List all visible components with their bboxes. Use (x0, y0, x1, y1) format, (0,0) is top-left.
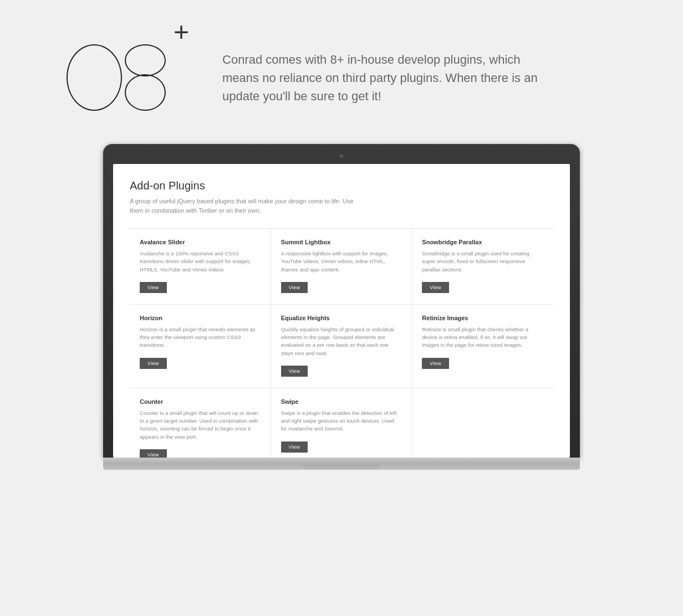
laptop-body: Add-on Plugins A group of useful jQuery … (103, 144, 580, 458)
laptop: Add-on Plugins A group of useful jQuery … (103, 144, 580, 470)
plugin-description: A responsive lightbox with support for i… (281, 250, 402, 274)
view-plugin-button[interactable]: View (281, 366, 308, 377)
plugin-description: Snowbridge is a small plugin used for cr… (422, 250, 543, 274)
plugin-name: Avalance Slider (140, 239, 261, 245)
laptop-notch (303, 464, 380, 470)
eight-top (125, 44, 166, 76)
plugin-name: Horizon (140, 315, 261, 321)
plugin-description: Counter is a small plugin that will coun… (140, 409, 261, 441)
plugin-name: Counter (140, 398, 261, 405)
plugin-description: Horizon is a small plugin that reveals e… (140, 326, 261, 350)
plugin-name: Equalize Heights (281, 315, 402, 321)
plugin-card: CounterCounter is a small plugin that wi… (130, 388, 271, 458)
feature-description: Conrad comes with 8+ in-house develop pl… (222, 50, 555, 105)
plugin-card: Summit LightboxA responsive lightbox wit… (271, 229, 412, 305)
eight-shape (125, 44, 169, 111)
big-number-display: + (67, 44, 189, 111)
laptop-wrapper: Add-on Plugins A group of useful jQuery … (0, 144, 683, 470)
view-plugin-button[interactable]: View (281, 282, 308, 293)
plugin-description: Swipe is a plugin that enables the detec… (281, 409, 402, 433)
plugin-name: Summit Lightbox (281, 239, 402, 245)
plus-sign: + (174, 17, 189, 47)
view-plugin-button[interactable]: View (422, 358, 449, 369)
addon-subtitle: A group of useful jQuery based plugins t… (130, 197, 363, 215)
zero-shape (67, 44, 122, 111)
top-section: + Conrad comes with 8+ in-house develop … (0, 0, 683, 144)
plugin-card: Snowbridge ParallaxSnowbridge is a small… (412, 229, 553, 305)
laptop-base (103, 458, 580, 470)
plugin-description: Avalanche is a 100% reponsive and CSS3 t… (140, 250, 261, 274)
view-plugin-button[interactable]: View (422, 282, 449, 293)
plugin-name: Snowbridge Parallax (422, 239, 543, 245)
plugin-name: Retinize Images (422, 315, 543, 321)
plugin-name: Swipe (281, 398, 402, 405)
view-plugin-button[interactable]: View (140, 282, 167, 293)
view-plugin-button[interactable]: View (140, 358, 167, 369)
screen-content: Add-on Plugins A group of useful jQuery … (113, 164, 570, 458)
plugin-card: HorizonHorizon is a small plugin that re… (130, 305, 271, 388)
view-plugin-button[interactable]: View (140, 449, 167, 458)
plugins-grid: Avalance SliderAvalanche is a 100% repon… (130, 228, 553, 458)
view-plugin-button[interactable]: View (281, 442, 308, 453)
eight-bottom (125, 74, 166, 111)
camera-dot (339, 154, 344, 158)
plugin-card: Avalance SliderAvalanche is a 100% repon… (130, 229, 271, 305)
plugin-description: Quickly equalize heights of grouped or i… (281, 326, 402, 357)
plugin-card: SwipeSwipe is a plugin that enables the … (271, 388, 412, 458)
screen-area: Add-on Plugins A group of useful jQuery … (113, 164, 570, 458)
addon-title: Add-on Plugins (130, 179, 553, 192)
plugin-card: Retinize ImagesRetinize is small plugin … (412, 305, 553, 388)
plugin-card: Equalize HeightsQuickly equalize heights… (271, 305, 412, 388)
plugin-description: Retinize is small plugin that checks whe… (422, 326, 543, 350)
laptop-top-bar (113, 154, 570, 164)
